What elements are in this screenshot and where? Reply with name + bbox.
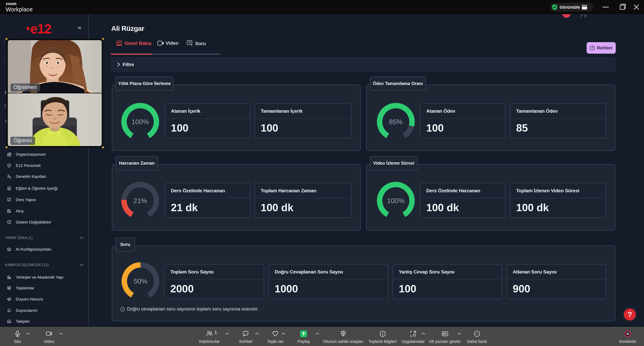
svg-text:85%: 85% — [389, 118, 402, 126]
svg-text:100%: 100% — [387, 197, 404, 205]
svg-text:21%: 21% — [134, 197, 147, 205]
svg-text:100%: 100% — [132, 118, 149, 126]
svg-text:?: ? — [592, 46, 594, 50]
svg-text:50%: 50% — [134, 278, 147, 285]
svg-text:?!: ?! — [188, 41, 191, 44]
